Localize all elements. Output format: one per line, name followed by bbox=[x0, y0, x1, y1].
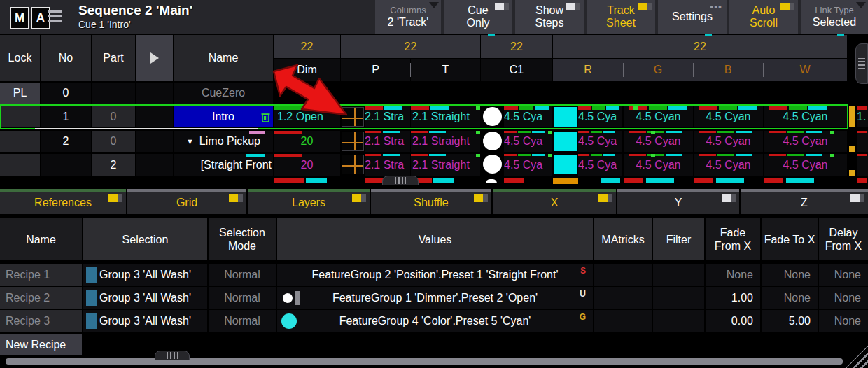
recipe-filter-cell[interactable] bbox=[653, 287, 704, 309]
tab-y[interactable]: Y bbox=[617, 189, 739, 214]
recipe-values-cell[interactable]: FeatureGroup 2 'Position'.Preset 1 'Stra… bbox=[277, 264, 593, 286]
recipe-delay-from-cell[interactable]: None bbox=[819, 264, 868, 286]
channel-header-b[interactable]: B bbox=[693, 59, 763, 81]
settings-button[interactable]: Settings ••• bbox=[658, 0, 727, 34]
tab-grid[interactable]: Grid bbox=[127, 189, 246, 214]
r-value-cell[interactable]: 4.5 Cya bbox=[578, 106, 622, 127]
position-crosshair-icon[interactable] bbox=[342, 155, 364, 174]
recipe-delay-from-cell[interactable]: None bbox=[819, 287, 868, 309]
c1-value-cell[interactable]: 4.5 Cya bbox=[504, 154, 552, 176]
column-header-name[interactable]: Name bbox=[174, 35, 273, 81]
cue-number-cell[interactable] bbox=[41, 154, 91, 176]
cue-number-cell[interactable]: 0 bbox=[41, 83, 91, 104]
recipes-header-name[interactable]: Name bbox=[0, 218, 82, 260]
channel-header-r[interactable]: R bbox=[553, 59, 623, 81]
recipe-selection-cell[interactable]: Group 3 'All Wash' bbox=[83, 287, 207, 309]
c1-value-cell[interactable]: 4.5 Cya bbox=[504, 131, 552, 152]
recipes-header-delay-from-x[interactable]: Delay From X bbox=[819, 218, 868, 260]
recipes-header-values[interactable]: Values bbox=[277, 218, 593, 260]
tab-layers[interactable]: Layers bbox=[248, 189, 370, 214]
recipes-header-selection[interactable]: Selection bbox=[83, 218, 207, 260]
bottom-scrollbar[interactable] bbox=[6, 358, 843, 365]
channel-header-t[interactable]: T bbox=[411, 59, 480, 81]
b-value-cell[interactable]: 4.5 Cyan bbox=[694, 154, 763, 176]
column-header-part[interactable]: Part bbox=[92, 35, 135, 81]
cue-number-cell[interactable]: 2 bbox=[41, 131, 91, 152]
tab-x[interactable]: X bbox=[493, 189, 616, 214]
tab-z[interactable]: Z bbox=[741, 189, 868, 214]
bottom-scroll-handle[interactable] bbox=[155, 351, 190, 360]
expand-cell[interactable] bbox=[136, 83, 173, 104]
recipe-selection-cell[interactable]: Group 3 'All Wash' bbox=[83, 264, 207, 286]
recipe-matricks-cell[interactable] bbox=[594, 287, 652, 309]
ma-logo[interactable]: M A bbox=[10, 7, 50, 29]
tilt-value-cell[interactable]: 2.1 Straight bbox=[411, 154, 480, 176]
pan-value-cell[interactable]: 2.1 Stra bbox=[365, 131, 410, 152]
channel-header-dim[interactable]: Dim bbox=[274, 59, 340, 81]
fixture-group-header[interactable]: 22 bbox=[481, 35, 552, 58]
recipes-header-matricks[interactable]: MAtricks bbox=[594, 218, 652, 260]
recipe-values-cell[interactable]: FeatureGroup 4 'Color'.Preset 5 'Cyan' G bbox=[277, 310, 593, 332]
column-header-no[interactable]: No bbox=[41, 35, 91, 81]
part-cell[interactable]: 2 bbox=[92, 154, 135, 176]
g-value-cell[interactable]: 4.5 Cyan bbox=[624, 131, 693, 152]
lock-cell[interactable] bbox=[0, 131, 40, 152]
g-value-cell[interactable]: 4.5 Cyan bbox=[624, 154, 693, 176]
collapse-arrow-icon[interactable]: ▼ bbox=[186, 137, 194, 146]
pan-value-cell[interactable]: 2.1 Stra bbox=[365, 106, 410, 127]
r-value-cell[interactable]: 4.5 Cya bbox=[578, 154, 622, 176]
channel-header-c1[interactable]: C1 bbox=[481, 59, 552, 81]
position-crosshair-icon[interactable] bbox=[342, 132, 364, 151]
recipe-matricks-cell[interactable] bbox=[594, 264, 652, 286]
w-value-cell[interactable]: 4.5 Cyan bbox=[764, 106, 847, 127]
tilt-value-cell[interactable]: 2.1 Straight bbox=[411, 106, 480, 127]
expand-cell[interactable] bbox=[136, 154, 173, 176]
recipe-filter-cell[interactable] bbox=[653, 310, 704, 332]
recipe-name-cell[interactable]: Recipe 3 bbox=[0, 310, 82, 332]
part-cell[interactable]: 0 bbox=[92, 131, 135, 152]
cue-number-cell[interactable]: 1 bbox=[41, 106, 91, 127]
horizontal-scroll-handle[interactable] bbox=[382, 176, 419, 185]
tilt-value-cell[interactable]: 2.1 Straight bbox=[411, 131, 480, 152]
recipe-selection-cell[interactable]: Group 3 'All Wash' bbox=[83, 310, 207, 332]
cue-name-cell[interactable]: CueZero bbox=[174, 83, 273, 104]
fixture-group-header[interactable]: 22 bbox=[553, 35, 847, 58]
cue-name-cell[interactable]: ▼ Limo Pickup bbox=[174, 131, 273, 152]
recipe-filter-cell[interactable] bbox=[653, 264, 704, 286]
position-crosshair-icon[interactable] bbox=[342, 107, 364, 127]
recipe-mode-cell[interactable]: Normal bbox=[209, 310, 276, 332]
recipe-fade-from-cell[interactable]: None bbox=[706, 264, 760, 286]
window-menu-icon[interactable] bbox=[48, 10, 62, 22]
b-value-cell[interactable]: 4.5 Cyan bbox=[694, 106, 763, 127]
columns-button[interactable]: Columns 2 'Track' bbox=[375, 0, 441, 34]
recipes-header-filter[interactable]: Filter bbox=[653, 218, 704, 260]
recipes-header-selection-mode[interactable]: Selection Mode bbox=[209, 218, 276, 260]
column-header-expand[interactable] bbox=[136, 35, 173, 81]
cue-name-cell[interactable]: [Straight Front bbox=[174, 154, 273, 176]
fixture-group-header[interactable]: 22 bbox=[341, 35, 480, 58]
r-value-cell[interactable]: 4.5 Cya bbox=[578, 131, 622, 152]
dim-value-cell[interactable]: 20 bbox=[274, 154, 340, 176]
lock-cell[interactable] bbox=[0, 154, 40, 176]
auto-scroll-button[interactable]: Auto Scroll bbox=[729, 0, 798, 34]
b-value-cell[interactable]: 4.5 Cyan bbox=[694, 131, 763, 152]
w-value-cell[interactable]: 4.5 Cyan bbox=[764, 154, 847, 176]
recipe-mode-cell[interactable]: Normal bbox=[209, 264, 276, 286]
cue-name-cell[interactable]: Intro bbox=[174, 106, 273, 127]
link-type-button[interactable]: Link Type Selected bbox=[801, 0, 868, 34]
recipe-delay-from-cell[interactable]: None bbox=[819, 310, 868, 332]
track-sheet-button[interactable]: Track Sheet bbox=[587, 0, 655, 34]
tab-references[interactable]: References bbox=[0, 189, 126, 214]
channel-header-w[interactable]: W bbox=[763, 59, 847, 81]
recipe-fade-from-cell[interactable]: 0.00 bbox=[706, 310, 760, 332]
recipe-fade-to-cell[interactable]: None bbox=[762, 264, 818, 286]
new-recipe-button[interactable]: New Recipe bbox=[0, 334, 82, 355]
recipe-name-cell[interactable]: Recipe 1 bbox=[0, 264, 82, 286]
expand-cell[interactable] bbox=[136, 131, 173, 152]
cue-only-button[interactable]: Cue Only bbox=[444, 0, 512, 34]
w-value-cell[interactable]: 4.5 Cyan bbox=[764, 131, 847, 152]
recipes-header-fade-to-x[interactable]: Fade To X bbox=[762, 218, 818, 260]
recipe-fade-from-cell[interactable]: 1.00 bbox=[706, 287, 760, 309]
channel-header-p[interactable]: P bbox=[341, 59, 410, 81]
lock-cell[interactable] bbox=[0, 106, 40, 127]
